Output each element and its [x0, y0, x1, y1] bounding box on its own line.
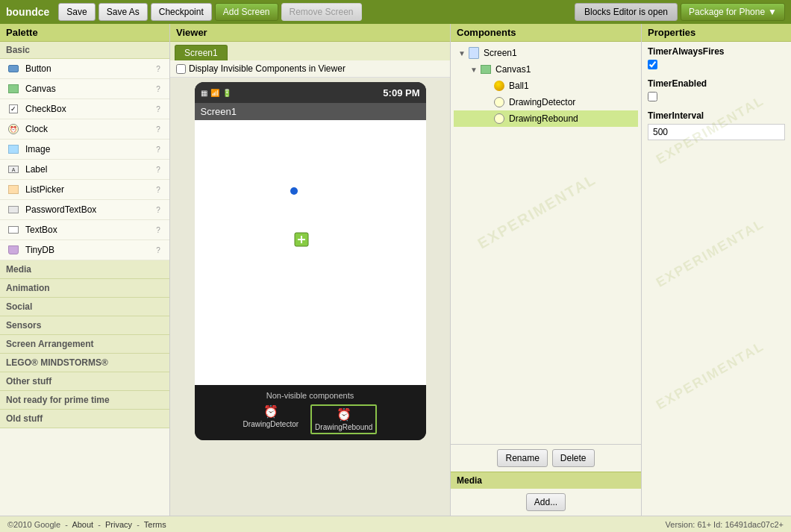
drawingdetector-tree-label: DrawingDetector	[509, 97, 575, 107]
display-invisible-label: Display Invisible Components in Viewer	[189, 63, 346, 74]
prop-watermark-3: EXPERIMENTAL	[654, 339, 767, 413]
palette-item-listpicker[interactable]: ListPicker ?	[0, 180, 169, 200]
canvas1-toggle[interactable]: ▼	[469, 66, 479, 74]
main-area: Palette Basic Button ? Canvas ? ✓ CheckB…	[0, 24, 791, 516]
packageforphone-button[interactable]: Package for Phone ▼	[681, 3, 785, 21]
palette-section-animation[interactable]: Animation	[0, 279, 169, 298]
properties-panel: Properties EXPERIMENTAL EXPERIMENTAL EXP…	[642, 24, 791, 516]
timerenabled-checkbox-container	[648, 92, 785, 101]
prop-timerenabled: TimerEnabled	[642, 74, 791, 106]
palette-listpicker-label: ListPicker	[25, 184, 153, 195]
drawingdetector-tree-icon	[493, 96, 506, 109]
viewer-controls: Display Invisible Components in Viewer	[170, 60, 450, 78]
button-icon	[6, 61, 21, 76]
palette-checkbox-label: CheckBox	[25, 104, 153, 114]
timeralwaysfires-checkbox[interactable]	[648, 60, 657, 69]
component-actions: Rename Delete	[451, 444, 641, 472]
clock-help[interactable]: ?	[153, 125, 163, 134]
image-help[interactable]: ?	[153, 145, 163, 154]
tree-screen1[interactable]: ▼ Screen1	[454, 45, 638, 61]
passwordtextbox-help[interactable]: ?	[153, 206, 163, 214]
component-tree: EXPERIMENTAL ▼ Screen1 ▼ Canvas1 Ball1	[451, 42, 641, 444]
timerinterval-label: TimerInterval	[648, 110, 785, 121]
palette-clock-label: Clock	[25, 124, 153, 134]
sprite-icon	[294, 232, 309, 247]
listpicker-icon	[6, 182, 21, 197]
viewer-panel: Viewer Screen1 Display Invisible Compone…	[170, 24, 451, 516]
palette-item-image[interactable]: Image ?	[0, 140, 169, 160]
blockseditor-button[interactable]: Blocks Editor is open	[575, 3, 678, 21]
palette-item-button[interactable]: Button ?	[0, 59, 169, 79]
display-invisible-checkbox[interactable]	[176, 64, 186, 74]
canvas-help[interactable]: ?	[153, 85, 163, 93]
label-help[interactable]: ?	[153, 166, 163, 174]
phone-canvas[interactable]	[195, 120, 426, 385]
non-visible-drawingrebound[interactable]: ⏰ DrawingRebound	[310, 404, 377, 434]
non-visible-drawingdetector[interactable]: ⏰ DrawingDetector	[243, 404, 298, 434]
palette-section-oldstuff[interactable]: Old stuff	[0, 410, 169, 428]
palette-item-passwordtextbox[interactable]: PasswordTextBox ?	[0, 200, 169, 220]
screen-tab-bar: Screen1	[170, 42, 450, 60]
tree-drawingrebound[interactable]: DrawingRebound	[454, 110, 638, 127]
passwordtextbox-icon	[6, 202, 21, 217]
components-header: Components	[451, 24, 641, 42]
rename-button[interactable]: Rename	[497, 449, 547, 467]
palette-section-notready[interactable]: Not ready for prime time	[0, 391, 169, 410]
palette-item-canvas[interactable]: Canvas ?	[0, 79, 169, 99]
palette-image-label: Image	[25, 144, 153, 154]
screen1-toggle[interactable]: ▼	[457, 49, 467, 57]
terms-link[interactable]: Terms	[144, 520, 166, 529]
canvas1-icon	[479, 63, 493, 76]
tree-canvas1[interactable]: ▼ Canvas1	[454, 61, 638, 78]
listpicker-help[interactable]: ?	[153, 186, 163, 194]
privacy-link[interactable]: Privacy	[105, 520, 132, 529]
tree-ball1[interactable]: Ball1	[454, 78, 638, 94]
media-add-area: Add...	[451, 489, 641, 516]
palette-item-tinydb[interactable]: TinyDB ?	[0, 240, 169, 260]
palette-header: Palette	[0, 24, 169, 42]
phone-status-bar: ▦ 📶 🔋 5:09 PM	[195, 82, 426, 103]
status-time: 5:09 PM	[383, 87, 419, 98]
palette-section-sensors[interactable]: Sensors	[0, 316, 169, 335]
palette-section-otherstuff[interactable]: Other stuff	[0, 372, 169, 391]
delete-button[interactable]: Delete	[552, 449, 595, 467]
palette-item-clock[interactable]: ⏰ Clock ?	[0, 119, 169, 140]
palette-section-social[interactable]: Social	[0, 298, 169, 316]
palette-item-label[interactable]: A Label ?	[0, 160, 169, 180]
checkbox-help[interactable]: ?	[153, 105, 163, 113]
wifi-icon: 📶	[210, 89, 219, 97]
removescreen-button: Remove Screen	[281, 3, 362, 21]
media-section-header: Media	[451, 472, 641, 489]
palette-section-media[interactable]: Media	[0, 260, 169, 279]
textbox-help[interactable]: ?	[153, 226, 163, 234]
palette-section-screenarrangement[interactable]: Screen Arrangement	[0, 335, 169, 354]
drawingrebound-label: DrawingRebound	[315, 423, 372, 431]
comp-watermark: EXPERIMENTAL	[475, 170, 599, 252]
saveas-button[interactable]: Save As	[99, 3, 148, 21]
package-label: Package for Phone	[689, 7, 765, 17]
checkpoint-button[interactable]: Checkpoint	[151, 3, 212, 21]
palette-canvas-label: Canvas	[25, 84, 153, 94]
button-help[interactable]: ?	[153, 65, 163, 73]
tree-drawingdetector[interactable]: DrawingDetector	[454, 94, 638, 110]
addscreen-button[interactable]: Add Screen	[215, 3, 278, 21]
timeralwaysfires-checkbox-container	[648, 60, 785, 69]
timerinterval-input[interactable]	[648, 124, 785, 140]
save-button[interactable]: Save	[58, 3, 95, 21]
checkbox-icon: ✓	[6, 101, 21, 116]
tinydb-help[interactable]: ?	[153, 246, 163, 254]
prop-timerinterval: TimerInterval	[642, 106, 791, 145]
media-add-button[interactable]: Add...	[526, 493, 566, 511]
timerenabled-checkbox[interactable]	[648, 92, 657, 101]
palette-section-lego[interactable]: LEGO® MINDSTORMS®	[0, 354, 169, 372]
palette-item-textbox[interactable]: TextBox ?	[0, 220, 169, 240]
drawingrebound-tree-label: DrawingRebound	[509, 113, 578, 124]
prop-timeralwaysfires: TimerAlwaysFires	[642, 42, 791, 74]
screen1-tab[interactable]: Screen1	[175, 45, 228, 60]
palette-item-checkbox[interactable]: ✓ CheckBox ?	[0, 99, 169, 119]
ball1-dot	[290, 187, 298, 195]
canvas1-label: Canvas1	[495, 64, 531, 75]
about-link[interactable]: About	[72, 520, 93, 529]
footer: ©2010 Google - About - Privacy - Terms V…	[0, 516, 791, 532]
app-title: boundce	[6, 6, 49, 18]
